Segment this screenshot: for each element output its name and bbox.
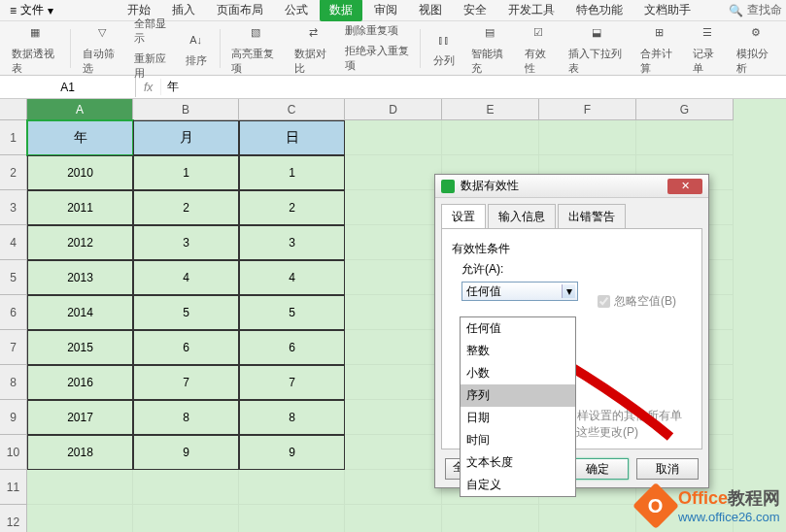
search-box[interactable]: 🔍 查找命 (729, 2, 782, 18)
cell-C11[interactable] (239, 470, 345, 505)
cell-D6[interactable] (345, 295, 442, 330)
cell-D4[interactable] (345, 225, 442, 260)
cell-C2[interactable]: 1 (239, 155, 345, 190)
dialog-tab-1[interactable]: 输入信息 (488, 204, 556, 229)
cell-B5[interactable]: 4 (133, 260, 239, 295)
close-button[interactable]: ✕ (667, 179, 702, 194)
row-header-12[interactable]: 12 (0, 505, 27, 532)
cell-C10[interactable]: 9 (239, 435, 345, 470)
cell-D1[interactable] (345, 120, 442, 155)
ribbon-tab-6[interactable]: 视图 (409, 0, 452, 21)
cell-F1[interactable] (539, 120, 636, 155)
row-header-7[interactable]: 7 (0, 330, 27, 365)
cell-B2[interactable]: 1 (133, 155, 239, 190)
cell-F12[interactable] (539, 505, 636, 532)
delete-duplicates-button[interactable]: 删除重复项 (341, 21, 414, 40)
smart-fill-button[interactable]: ▤ 智能填充 (465, 21, 515, 76)
ignore-blank-checkbox[interactable]: 忽略空值(B) (598, 293, 676, 310)
cell-C4[interactable]: 3 (239, 225, 345, 260)
column-header-F[interactable]: F (539, 99, 636, 120)
cell-B8[interactable]: 7 (133, 365, 239, 400)
cell-A9[interactable]: 2017 (27, 400, 133, 435)
cell-B12[interactable] (133, 505, 239, 532)
cell-C12[interactable] (239, 505, 345, 532)
record-form-button[interactable]: ☰ 记录单 (687, 21, 727, 76)
cell-A1[interactable]: 年 (27, 120, 133, 155)
column-header-D[interactable]: D (345, 99, 442, 120)
cell-D8[interactable] (345, 365, 442, 400)
cell-B1[interactable]: 月 (133, 120, 239, 155)
cell-A12[interactable] (27, 505, 133, 532)
allow-option-0[interactable]: 任何值 (461, 317, 575, 340)
cell-D9[interactable] (345, 400, 442, 435)
ribbon-tab-7[interactable]: 安全 (454, 0, 496, 21)
cell-D7[interactable] (345, 330, 442, 365)
cell-C7[interactable]: 6 (239, 330, 345, 365)
dialog-tab-2[interactable]: 出错警告 (558, 204, 626, 229)
row-header-11[interactable]: 11 (0, 470, 27, 505)
ribbon-tab-9[interactable]: 特色功能 (566, 0, 632, 21)
show-all-button[interactable]: 全部显示 (130, 15, 175, 48)
cell-A6[interactable]: 2014 (27, 295, 133, 330)
cell-C6[interactable]: 5 (239, 295, 345, 330)
cell-B3[interactable]: 2 (133, 190, 239, 225)
validity-button[interactable]: ☑ 有效性 (519, 21, 559, 76)
text-to-columns-button[interactable]: ⫿⫿ 分列 (427, 28, 461, 68)
cell-A3[interactable]: 2011 (27, 190, 133, 225)
cell-C3[interactable]: 2 (239, 190, 345, 225)
ribbon-tab-4[interactable]: 数据 (320, 0, 362, 21)
cell-B9[interactable]: 8 (133, 400, 239, 435)
ribbon-tab-5[interactable]: 审阅 (364, 0, 407, 21)
column-header-E[interactable]: E (442, 99, 539, 120)
column-header-C[interactable]: C (239, 99, 345, 120)
cell-B10[interactable]: 9 (133, 435, 239, 470)
name-box[interactable]: A1 (0, 78, 136, 97)
cell-D11[interactable] (345, 470, 442, 505)
row-header-2[interactable]: 2 (0, 155, 27, 190)
cell-B11[interactable] (133, 470, 239, 505)
cell-D5[interactable] (345, 260, 442, 295)
highlight-duplicates-button[interactable]: ▧ 高亮重复项 (225, 21, 284, 76)
column-header-G[interactable]: G (636, 99, 734, 120)
ribbon-tab-8[interactable]: 开发工具 (498, 0, 564, 21)
cell-C5[interactable]: 4 (239, 260, 345, 295)
cell-D3[interactable] (345, 190, 442, 225)
row-header-1[interactable]: 1 (0, 120, 27, 155)
row-header-5[interactable]: 5 (0, 260, 27, 295)
cell-C9[interactable]: 8 (239, 400, 345, 435)
cell-E1[interactable] (442, 120, 539, 155)
allow-option-6[interactable]: 文本长度 (461, 451, 575, 474)
pivot-table-button[interactable]: ▦ 数据透视表 (6, 21, 64, 76)
row-header-8[interactable]: 8 (0, 365, 27, 400)
formula-input[interactable]: 年 (160, 79, 786, 95)
allow-option-5[interactable]: 时间 (461, 429, 575, 451)
column-header-B[interactable]: B (133, 99, 239, 120)
row-header-6[interactable]: 6 (0, 295, 27, 330)
reject-duplicate-entry-button[interactable]: 拒绝录入重复项 (341, 42, 414, 75)
allow-option-7[interactable]: 自定义 (461, 474, 575, 496)
cell-D10[interactable] (345, 435, 442, 470)
cell-B7[interactable]: 6 (133, 330, 239, 365)
cell-A5[interactable]: 2013 (27, 260, 133, 295)
select-all-corner[interactable] (0, 99, 27, 120)
data-compare-button[interactable]: ⇄ 数据对比 (289, 21, 338, 76)
allow-select[interactable]: 任何值 ▾ (461, 282, 578, 301)
cell-A11[interactable] (27, 470, 133, 505)
row-header-9[interactable]: 9 (0, 400, 27, 435)
cell-C8[interactable]: 7 (239, 365, 345, 400)
dialog-titlebar[interactable]: 数据有效性 ✕ (435, 175, 708, 198)
cell-D2[interactable] (345, 155, 442, 190)
insert-dropdown-button[interactable]: ⬓ 插入下拉列表 (563, 21, 631, 76)
dialog-tab-0[interactable]: 设置 (441, 204, 486, 229)
cell-A4[interactable]: 2012 (27, 225, 133, 260)
allow-option-4[interactable]: 日期 (461, 407, 575, 429)
file-menu[interactable]: ≡ 文件 ▾ (4, 2, 59, 18)
ribbon-tab-10[interactable]: 文档助手 (634, 0, 701, 21)
cell-G1[interactable] (636, 120, 734, 155)
consolidate-button[interactable]: ⊞ 合并计算 (634, 21, 684, 76)
ribbon-tab-3[interactable]: 公式 (275, 0, 318, 21)
ribbon-tab-2[interactable]: 页面布局 (207, 0, 273, 21)
allow-option-2[interactable]: 小数 (461, 362, 575, 384)
reapply-button[interactable]: 重新应用 (130, 50, 175, 83)
row-header-3[interactable]: 3 (0, 190, 27, 225)
